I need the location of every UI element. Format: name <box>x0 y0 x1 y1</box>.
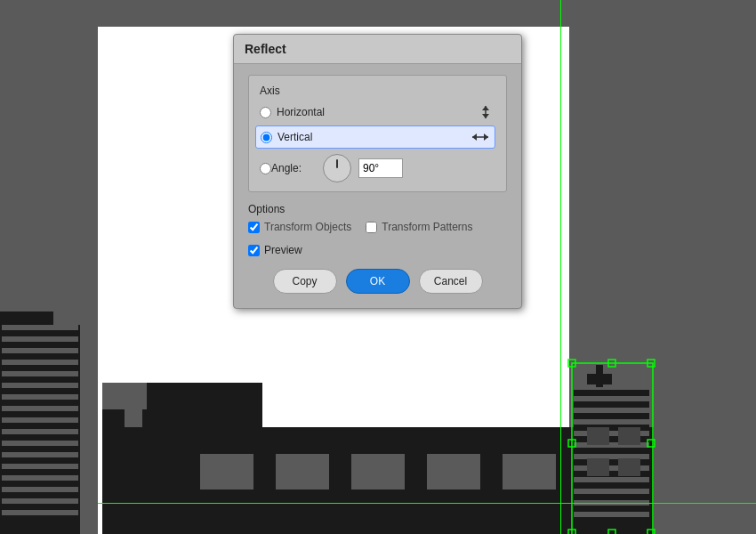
preview-checkbox[interactable] <box>248 245 260 256</box>
svg-rect-14 <box>2 475 78 481</box>
svg-rect-11 <box>2 441 78 446</box>
transform-patterns-row[interactable]: Transform Patterns <box>366 221 472 233</box>
angle-dial[interactable] <box>323 154 351 182</box>
svg-rect-46 <box>587 374 612 384</box>
copy-button[interactable]: Copy <box>273 269 337 294</box>
svg-rect-7 <box>2 394 78 400</box>
horizontal-radio[interactable] <box>260 107 271 118</box>
svg-rect-25 <box>351 454 405 490</box>
svg-rect-44 <box>618 458 640 476</box>
svg-rect-30 <box>574 396 649 401</box>
svg-rect-40 <box>574 512 649 517</box>
angle-input[interactable] <box>358 158 403 178</box>
guide-horizontal <box>98 503 756 504</box>
svg-rect-23 <box>200 454 253 490</box>
button-row: Copy OK Cancel <box>248 269 507 294</box>
transform-objects-label[interactable]: Transform Objects <box>264 221 351 233</box>
options-row: Transform Objects Transform Patterns <box>248 221 507 233</box>
axis-section-label: Axis <box>260 85 495 97</box>
svg-rect-3 <box>2 348 78 353</box>
canvas-area: Reflect Axis Horizontal <box>0 0 756 534</box>
svg-rect-8 <box>2 406 78 411</box>
svg-rect-37 <box>574 477 649 482</box>
vertical-radio-row[interactable]: Vertical <box>255 125 495 149</box>
options-section-label: Options <box>248 203 507 215</box>
vertical-radio[interactable] <box>261 132 272 143</box>
svg-rect-17 <box>2 510 78 515</box>
svg-rect-10 <box>2 429 78 434</box>
svg-rect-9 <box>2 417 78 423</box>
svg-marker-58 <box>482 114 489 118</box>
svg-rect-31 <box>574 408 649 413</box>
angle-radio[interactable] <box>260 163 271 174</box>
horizontal-radio-row[interactable]: Horizontal <box>260 104 495 120</box>
svg-marker-60 <box>472 134 477 141</box>
svg-rect-42 <box>618 427 640 445</box>
transform-objects-checkbox[interactable] <box>248 222 260 233</box>
svg-rect-27 <box>503 454 556 490</box>
svg-rect-16 <box>2 498 78 504</box>
svg-rect-12 <box>2 452 78 457</box>
svg-rect-2 <box>2 336 78 342</box>
dialog-title: Reflect <box>234 35 521 64</box>
svg-rect-24 <box>276 454 329 490</box>
preview-label[interactable]: Preview <box>264 244 302 256</box>
buildings-illustration <box>0 294 756 534</box>
axis-section: Axis Horizontal Ve <box>248 75 507 192</box>
options-section: Options Transform Objects Transform Patt… <box>248 203 507 233</box>
horizontal-label[interactable]: Horizontal <box>277 106 476 118</box>
svg-rect-32 <box>574 419 649 425</box>
horizontal-icon <box>476 104 495 120</box>
angle-row: Angle: <box>260 154 495 182</box>
svg-rect-13 <box>2 464 78 469</box>
guide-vertical <box>560 0 561 534</box>
svg-rect-18 <box>53 312 80 325</box>
vertical-icon <box>470 129 490 145</box>
svg-rect-43 <box>587 458 609 476</box>
svg-marker-57 <box>482 106 489 110</box>
svg-marker-61 <box>484 134 488 141</box>
transform-patterns-label[interactable]: Transform Patterns <box>382 221 472 233</box>
svg-rect-5 <box>2 371 78 376</box>
transform-patterns-checkbox[interactable] <box>366 222 377 233</box>
reflect-dialog: Reflect Axis Horizontal <box>233 34 522 309</box>
svg-rect-15 <box>2 487 78 492</box>
preview-row[interactable]: Preview <box>248 244 507 256</box>
svg-rect-6 <box>2 383 78 388</box>
angle-label[interactable]: Angle: <box>271 162 316 174</box>
svg-rect-26 <box>427 454 480 490</box>
svg-rect-1 <box>2 325 78 330</box>
svg-rect-4 <box>2 360 78 365</box>
svg-rect-22 <box>125 383 142 427</box>
ok-button[interactable]: OK <box>346 269 410 294</box>
vertical-label[interactable]: Vertical <box>277 131 470 143</box>
svg-rect-41 <box>587 427 609 445</box>
cancel-button[interactable]: Cancel <box>419 269 483 294</box>
svg-rect-38 <box>574 489 649 494</box>
transform-objects-row[interactable]: Transform Objects <box>248 221 351 233</box>
